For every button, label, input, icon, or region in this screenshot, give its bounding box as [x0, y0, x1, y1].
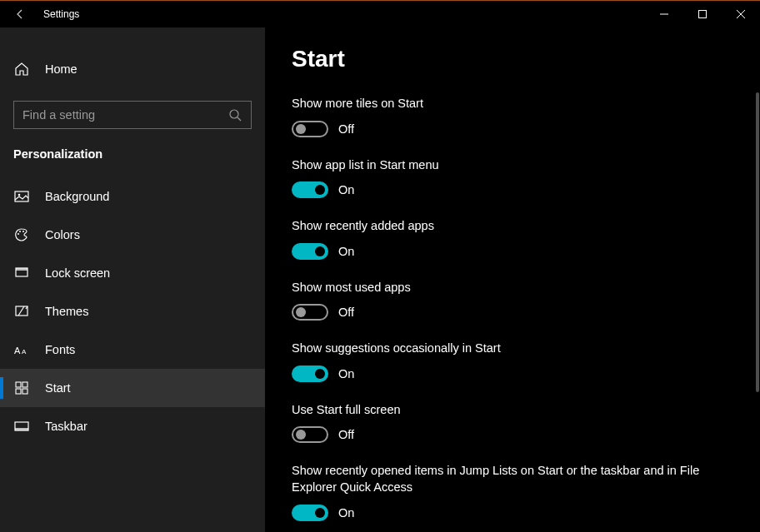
toggle-state-text: On: [338, 183, 354, 196]
toggle-state-text: On: [338, 506, 354, 520]
svg-point-8: [18, 233, 19, 235]
setting-group: Show more tiles on StartOff: [292, 96, 725, 137]
sidebar-item-lockscreen[interactable]: Lock screen: [0, 254, 265, 292]
toggle-state-text: On: [338, 245, 354, 258]
setting-group: Show suggestions occasionally in StartOn: [292, 341, 725, 382]
svg-text:A: A: [14, 346, 21, 355]
setting-group: Show recently opened items in Jump Lists…: [292, 463, 725, 520]
vertical-scrollbar[interactable]: [756, 27, 759, 532]
close-button[interactable]: [722, 1, 760, 27]
toggle-switch[interactable]: [292, 243, 328, 260]
content-area: Start Show more tiles on StartOffShow ap…: [265, 27, 760, 532]
setting-label: Show most used apps: [292, 280, 725, 296]
setting-label: Use Start full screen: [292, 402, 725, 419]
taskbar-icon: [13, 418, 30, 435]
nav-label: Colors: [45, 228, 80, 241]
nav-label: Background: [45, 190, 109, 203]
setting-label: Show more tiles on Start: [292, 96, 725, 112]
themes-icon: [13, 303, 30, 320]
nav-label: Lock screen: [45, 266, 110, 280]
setting-group: Use Start full screenOff: [292, 402, 725, 444]
svg-point-9: [19, 231, 21, 232]
sidebar-item-colors[interactable]: Colors: [0, 216, 265, 254]
toggle-switch[interactable]: [292, 365, 328, 382]
toggle-switch[interactable]: [292, 505, 328, 521]
setting-label: Show suggestions occasionally in Start: [292, 341, 725, 357]
sidebar-item-taskbar[interactable]: Taskbar: [0, 407, 265, 445]
section-header: Personalization: [0, 129, 265, 169]
nav-label: Fonts: [45, 343, 75, 356]
setting-label: Show app list in Start menu: [292, 157, 725, 174]
svg-rect-17: [22, 382, 28, 387]
svg-rect-16: [16, 382, 21, 387]
svg-point-10: [22, 231, 24, 232]
page-title: Start: [292, 46, 733, 72]
back-button[interactable]: [0, 1, 40, 27]
scrollbar-thumb[interactable]: [756, 92, 759, 392]
svg-line-5: [238, 117, 241, 121]
search-icon: [228, 108, 242, 122]
nav-label: Taskbar: [45, 420, 88, 433]
svg-rect-21: [15, 428, 28, 430]
sidebar-item-fonts[interactable]: AA Fonts: [0, 331, 265, 369]
window-title: Settings: [40, 8, 79, 20]
picture-icon: [13, 188, 30, 205]
sidebar-item-background[interactable]: Background: [0, 177, 265, 216]
start-icon: [13, 380, 30, 396]
nav-label: Start: [45, 381, 71, 395]
toggle-switch[interactable]: [292, 121, 328, 137]
svg-rect-19: [22, 389, 28, 394]
sidebar: Home Personalization Background: [0, 27, 265, 532]
toggle-switch[interactable]: [292, 304, 328, 321]
titlebar: Settings: [0, 1, 760, 27]
toggle-state-text: On: [338, 367, 354, 380]
svg-rect-12: [16, 268, 28, 271]
search-input[interactable]: [22, 108, 228, 122]
svg-text:A: A: [22, 348, 27, 355]
home-icon: [13, 62, 30, 77]
toggle-state-text: Off: [338, 428, 354, 441]
svg-rect-1: [699, 11, 707, 18]
setting-group: Show most used appsOff: [292, 280, 725, 321]
nav-label: Themes: [45, 305, 88, 318]
sidebar-item-themes[interactable]: Themes: [0, 292, 265, 331]
fonts-icon: AA: [13, 341, 30, 358]
toggle-state-text: Off: [338, 122, 354, 136]
setting-label: Show recently added apps: [292, 218, 725, 235]
toggle-state-text: Off: [338, 306, 354, 319]
lockscreen-icon: [13, 265, 30, 281]
setting-group: Show app list in Start menuOn: [292, 157, 725, 199]
sidebar-item-start[interactable]: Start: [0, 369, 265, 407]
home-label: Home: [45, 62, 78, 76]
maximize-button[interactable]: [683, 1, 722, 27]
search-box[interactable]: [13, 101, 252, 129]
svg-rect-18: [16, 389, 21, 394]
svg-point-7: [18, 194, 21, 196]
setting-group: Show recently added appsOn: [292, 218, 725, 260]
palette-icon: [13, 226, 30, 243]
toggle-switch[interactable]: [292, 426, 328, 443]
toggle-switch[interactable]: [292, 181, 328, 198]
setting-label: Show recently opened items in Jump Lists…: [292, 463, 725, 495]
nav-list: Background Colors Lock screen: [0, 177, 265, 445]
minimize-button[interactable]: [645, 1, 683, 27]
svg-point-4: [230, 110, 238, 118]
home-nav[interactable]: Home: [0, 52, 265, 86]
